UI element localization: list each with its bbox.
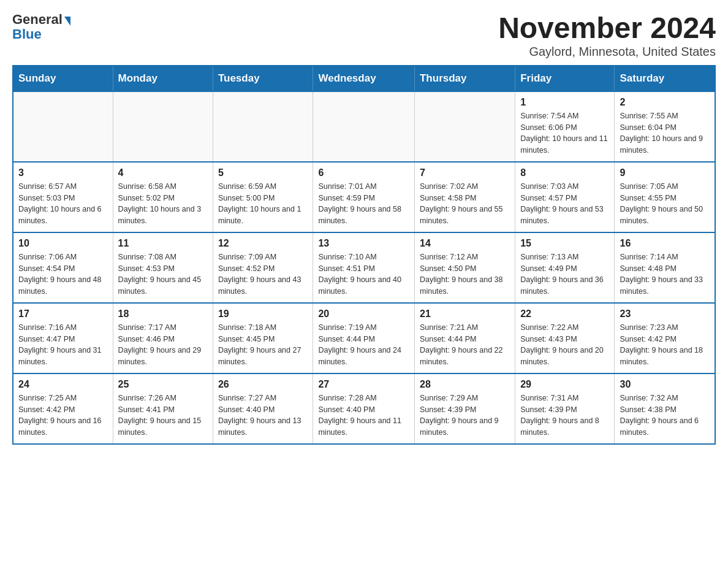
day-info: Sunrise: 7:09 AMSunset: 4:52 PMDaylight:… <box>218 251 308 297</box>
col-monday: Monday <box>113 66 213 91</box>
calendar-cell: 14Sunrise: 7:12 AMSunset: 4:50 PMDayligh… <box>414 232 515 303</box>
day-number: 22 <box>520 308 609 320</box>
day-number: 5 <box>218 167 308 178</box>
calendar-cell: 26Sunrise: 7:27 AMSunset: 4:40 PMDayligh… <box>213 373 313 444</box>
day-info: Sunrise: 7:22 AMSunset: 4:43 PMDaylight:… <box>520 322 609 368</box>
calendar-cell: 20Sunrise: 7:19 AMSunset: 4:44 PMDayligh… <box>313 303 415 373</box>
calendar-week-row: 10Sunrise: 7:06 AMSunset: 4:54 PMDayligh… <box>13 232 715 303</box>
day-number: 3 <box>18 167 108 178</box>
page-title: November 2024 <box>498 12 716 45</box>
calendar-cell: 18Sunrise: 7:17 AMSunset: 4:46 PMDayligh… <box>113 303 213 373</box>
calendar-cell: 24Sunrise: 7:25 AMSunset: 4:42 PMDayligh… <box>13 373 113 444</box>
day-number: 10 <box>18 238 108 249</box>
calendar-cell <box>313 91 415 162</box>
calendar-cell: 10Sunrise: 7:06 AMSunset: 4:54 PMDayligh… <box>13 232 113 303</box>
calendar-week-row: 24Sunrise: 7:25 AMSunset: 4:42 PMDayligh… <box>13 373 715 444</box>
day-info: Sunrise: 7:23 AMSunset: 4:42 PMDaylight:… <box>620 322 710 368</box>
day-info: Sunrise: 7:27 AMSunset: 4:40 PMDaylight:… <box>218 393 308 439</box>
calendar-cell: 15Sunrise: 7:13 AMSunset: 4:49 PMDayligh… <box>515 232 615 303</box>
title-block: November 2024 Gaylord, Minnesota, United… <box>498 12 716 59</box>
calendar-cell <box>13 91 113 162</box>
page-header: General Blue November 2024 Gaylord, Minn… <box>12 12 716 59</box>
col-thursday: Thursday <box>414 66 515 91</box>
calendar-cell: 12Sunrise: 7:09 AMSunset: 4:52 PMDayligh… <box>213 232 313 303</box>
day-info: Sunrise: 6:59 AMSunset: 5:00 PMDaylight:… <box>218 181 308 227</box>
day-number: 7 <box>420 167 510 178</box>
day-number: 12 <box>218 238 308 249</box>
calendar-cell: 23Sunrise: 7:23 AMSunset: 4:42 PMDayligh… <box>615 303 715 373</box>
day-number: 2 <box>620 97 710 108</box>
day-info: Sunrise: 7:02 AMSunset: 4:58 PMDaylight:… <box>420 181 510 227</box>
calendar-cell: 13Sunrise: 7:10 AMSunset: 4:51 PMDayligh… <box>313 232 415 303</box>
day-info: Sunrise: 7:17 AMSunset: 4:46 PMDaylight:… <box>118 322 208 368</box>
calendar-cell: 5Sunrise: 6:59 AMSunset: 5:00 PMDaylight… <box>213 162 313 232</box>
day-number: 21 <box>420 308 510 320</box>
day-info: Sunrise: 7:01 AMSunset: 4:59 PMDaylight:… <box>318 181 409 227</box>
col-wednesday: Wednesday <box>313 66 415 91</box>
logo: General Blue <box>12 12 70 42</box>
calendar-cell: 29Sunrise: 7:31 AMSunset: 4:39 PMDayligh… <box>515 373 615 444</box>
day-number: 29 <box>520 379 609 390</box>
day-number: 14 <box>420 238 510 249</box>
col-saturday: Saturday <box>615 66 715 91</box>
calendar-cell: 9Sunrise: 7:05 AMSunset: 4:55 PMDaylight… <box>615 162 715 232</box>
day-number: 30 <box>620 379 710 390</box>
day-info: Sunrise: 7:18 AMSunset: 4:45 PMDaylight:… <box>218 322 308 368</box>
calendar-cell: 17Sunrise: 7:16 AMSunset: 4:47 PMDayligh… <box>13 303 113 373</box>
col-friday: Friday <box>515 66 615 91</box>
day-number: 25 <box>118 379 208 390</box>
logo-text-general: General <box>12 12 63 27</box>
col-tuesday: Tuesday <box>213 66 313 91</box>
day-info: Sunrise: 7:12 AMSunset: 4:50 PMDaylight:… <box>420 251 510 297</box>
day-number: 1 <box>520 97 609 108</box>
day-number: 23 <box>620 308 710 320</box>
calendar-week-row: 17Sunrise: 7:16 AMSunset: 4:47 PMDayligh… <box>13 303 715 373</box>
calendar-cell: 4Sunrise: 6:58 AMSunset: 5:02 PMDaylight… <box>113 162 213 232</box>
day-info: Sunrise: 7:21 AMSunset: 4:44 PMDaylight:… <box>420 322 510 368</box>
calendar-cell: 28Sunrise: 7:29 AMSunset: 4:39 PMDayligh… <box>414 373 515 444</box>
day-info: Sunrise: 7:25 AMSunset: 4:42 PMDaylight:… <box>18 393 108 439</box>
calendar-cell: 6Sunrise: 7:01 AMSunset: 4:59 PMDaylight… <box>313 162 415 232</box>
calendar-cell: 22Sunrise: 7:22 AMSunset: 4:43 PMDayligh… <box>515 303 615 373</box>
day-info: Sunrise: 7:08 AMSunset: 4:53 PMDaylight:… <box>118 251 208 297</box>
day-info: Sunrise: 7:26 AMSunset: 4:41 PMDaylight:… <box>118 393 208 439</box>
day-number: 28 <box>420 379 510 390</box>
day-number: 20 <box>318 308 409 320</box>
day-info: Sunrise: 7:55 AMSunset: 6:04 PMDaylight:… <box>620 110 710 156</box>
page-subtitle: Gaylord, Minnesota, United States <box>498 45 716 59</box>
calendar-week-row: 1Sunrise: 7:54 AMSunset: 6:06 PMDaylight… <box>13 91 715 162</box>
day-number: 24 <box>18 379 108 390</box>
day-number: 19 <box>218 308 308 320</box>
day-number: 27 <box>318 379 409 390</box>
day-info: Sunrise: 7:10 AMSunset: 4:51 PMDaylight:… <box>318 251 409 297</box>
calendar-cell: 3Sunrise: 6:57 AMSunset: 5:03 PMDaylight… <box>13 162 113 232</box>
day-info: Sunrise: 7:32 AMSunset: 4:38 PMDaylight:… <box>620 393 710 439</box>
calendar-cell: 21Sunrise: 7:21 AMSunset: 4:44 PMDayligh… <box>414 303 515 373</box>
calendar-cell: 27Sunrise: 7:28 AMSunset: 4:40 PMDayligh… <box>313 373 415 444</box>
day-number: 4 <box>118 167 208 178</box>
day-number: 15 <box>520 238 609 249</box>
day-info: Sunrise: 7:13 AMSunset: 4:49 PMDaylight:… <box>520 251 609 297</box>
calendar-cell: 7Sunrise: 7:02 AMSunset: 4:58 PMDaylight… <box>414 162 515 232</box>
calendar-week-row: 3Sunrise: 6:57 AMSunset: 5:03 PMDaylight… <box>13 162 715 232</box>
calendar-table: Sunday Monday Tuesday Wednesday Thursday… <box>12 65 716 445</box>
calendar-cell <box>213 91 313 162</box>
day-info: Sunrise: 7:19 AMSunset: 4:44 PMDaylight:… <box>318 322 409 368</box>
day-info: Sunrise: 7:06 AMSunset: 4:54 PMDaylight:… <box>18 251 108 297</box>
day-number: 6 <box>318 167 409 178</box>
day-info: Sunrise: 7:03 AMSunset: 4:57 PMDaylight:… <box>520 181 609 227</box>
day-info: Sunrise: 6:57 AMSunset: 5:03 PMDaylight:… <box>18 181 108 227</box>
calendar-cell: 11Sunrise: 7:08 AMSunset: 4:53 PMDayligh… <box>113 232 213 303</box>
col-sunday: Sunday <box>13 66 113 91</box>
calendar-cell: 30Sunrise: 7:32 AMSunset: 4:38 PMDayligh… <box>615 373 715 444</box>
day-info: Sunrise: 7:54 AMSunset: 6:06 PMDaylight:… <box>520 110 609 156</box>
calendar-cell: 1Sunrise: 7:54 AMSunset: 6:06 PMDaylight… <box>515 91 615 162</box>
day-number: 11 <box>118 238 208 249</box>
day-number: 17 <box>18 308 108 320</box>
day-info: Sunrise: 7:28 AMSunset: 4:40 PMDaylight:… <box>318 393 409 439</box>
calendar-cell: 8Sunrise: 7:03 AMSunset: 4:57 PMDaylight… <box>515 162 615 232</box>
day-number: 8 <box>520 167 609 178</box>
calendar-header-row: Sunday Monday Tuesday Wednesday Thursday… <box>13 66 715 91</box>
calendar-cell <box>113 91 213 162</box>
day-info: Sunrise: 7:14 AMSunset: 4:48 PMDaylight:… <box>620 251 710 297</box>
